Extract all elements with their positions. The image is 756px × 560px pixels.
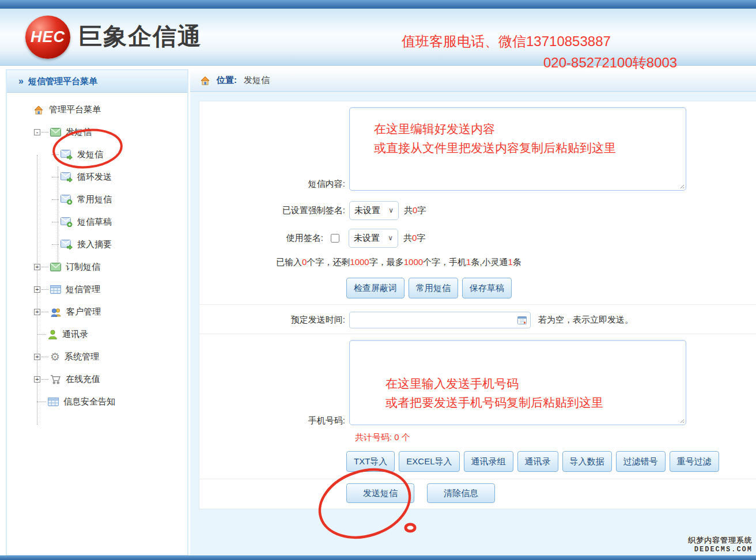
sidebar-item-label: 订制短信 [66, 262, 100, 273]
schedule-time-label: 预定发送时间: [199, 315, 345, 326]
sidebar-item-online-recharge[interactable]: + 在线充值 [7, 368, 187, 391]
expand-icon[interactable]: + [34, 354, 40, 360]
sidebar-item-custom-sms[interactable]: + 订制短信 [7, 256, 187, 278]
schedule-time-input[interactable] [349, 312, 531, 328]
main-content: 在这里编辑好发送内容 或直接从文件里把发送内容复制后粘贴到这里 短信内容: 已设… [190, 93, 756, 560]
forced-signature-select[interactable]: 未设置 [349, 201, 399, 220]
import-data-button[interactable]: 导入数据 [562, 451, 612, 472]
sms-content-line2: 或直接从文件里把发送内容复制后粘贴到这里 [374, 138, 680, 157]
app-window: HEC 巨象企信通 值班客服电话、微信13710853887 020-85272… [0, 0, 756, 560]
home-icon [199, 75, 211, 86]
chevron-down-icon [388, 206, 394, 214]
mail-send-icon [61, 150, 73, 160]
sidebar-item-info-security[interactable]: 信息安全告知 [7, 391, 187, 413]
send-sms-button[interactable]: 发送短信 [346, 483, 414, 503]
sms-content-line1: 在这里编辑好发送内容 [374, 119, 680, 138]
use-signature-label: 使用签名: [199, 233, 323, 244]
forced-signature-count: 共0字 [404, 205, 426, 216]
users-icon [50, 308, 62, 317]
txt-import-button[interactable]: TXT导入 [346, 451, 395, 472]
mail-send-icon [61, 240, 73, 249]
collapse-icon[interactable]: - [34, 129, 40, 135]
check-blocked-words-button[interactable]: 检查屏蔽词 [346, 278, 405, 298]
char-count-info: 已输入0个字，还剩1000字，最多1000个字，手机1条,小灵通1条 [276, 257, 521, 268]
hec-logo-text: HEC [31, 28, 65, 46]
sidebar-item-customer-manage[interactable]: + 客户管理 [7, 301, 187, 323]
expand-icon[interactable]: + [34, 309, 40, 315]
sidebar-item-contacts[interactable]: 通讯录 [7, 323, 187, 346]
sidebar-title-bar: » 短信管理平台菜单 [7, 70, 187, 93]
mail-add-icon [61, 195, 73, 205]
sidebar-item-label: 常用短信 [77, 194, 112, 205]
mail-send-icon [61, 172, 73, 182]
sidebar: » 短信管理平台菜单 管理平台菜单 - 发短信 发短信 [6, 69, 188, 556]
calendar-icon[interactable] [517, 316, 527, 324]
resize-handle[interactable] [679, 418, 684, 423]
send-sms-form: 在这里编辑好发送内容 或直接从文件里把发送内容复制后粘贴到这里 短信内容: 已设… [199, 101, 756, 509]
sidebar-title: 短信管理平台菜单 [28, 76, 97, 87]
tree-connector [41, 289, 48, 290]
contact-group-button[interactable]: 通讯录组 [464, 451, 513, 472]
sidebar-item-label: 发短信 [77, 149, 103, 160]
forced-signature-row: 已设置强制签名: 未设置 共0字 [199, 200, 426, 220]
service-phone-line1: 值班客服电话、微信13710853887 [402, 32, 611, 51]
use-signature-checkbox[interactable] [331, 234, 339, 243]
phone-numbers-line2: 或者把要发送手机号码复制后粘贴到这里 [385, 393, 680, 412]
chevron-down-icon [388, 234, 393, 242]
resize-handle[interactable] [679, 183, 684, 188]
sidebar-item-label: 短信草稿 [77, 217, 112, 228]
sms-content-label: 短信内容: [199, 179, 345, 190]
tree-connector [41, 379, 48, 380]
expand-icon[interactable]: + [34, 376, 40, 383]
mail-add-icon [61, 217, 73, 227]
tree-connector [41, 312, 48, 312]
excel-import-button[interactable]: EXCEL导入 [399, 451, 459, 472]
sidebar-item-label: 信息安全告知 [63, 396, 115, 407]
sidebar-item-sms-manage[interactable]: + 短信管理 [7, 278, 187, 301]
tree-connector [52, 154, 59, 155]
sidebar-item-send-sms-group[interactable]: - 发短信 [7, 121, 187, 143]
top-blue-bar [0, 0, 756, 9]
sms-content-textarea[interactable]: 在这里编辑好发送内容 或直接从文件里把发送内容复制后粘贴到这里 [349, 107, 686, 191]
sidebar-item-label: 短信管理 [66, 284, 100, 295]
expand-icon[interactable]: + [34, 264, 40, 270]
use-signature-count: 共0字 [403, 233, 425, 244]
forced-signature-value: 未设置 [354, 205, 380, 216]
divider [199, 334, 756, 334]
forced-signature-label: 已设置强制签名: [199, 205, 345, 216]
sidebar-item-send-sms[interactable]: 发短信 [7, 143, 187, 166]
dedupe-number-button[interactable]: 重号过滤 [670, 451, 719, 472]
sidebar-item-system-manage[interactable]: + 系统管理 [7, 346, 187, 368]
table-icon [50, 285, 61, 294]
use-signature-select[interactable]: 未设置 [349, 229, 398, 248]
tree-connector [52, 177, 59, 177]
sidebar-item-label: 通讯录 [62, 329, 88, 340]
expand-icon[interactable]: + [34, 286, 40, 293]
content-actions: 检查屏蔽词 常用短信 保存草稿 [346, 278, 516, 298]
tree-connector [52, 222, 59, 222]
sidebar-item-label: 发短信 [66, 127, 92, 138]
schedule-hint: 若为空，表示立即发送。 [538, 315, 633, 326]
phone-numbers-textarea[interactable]: 在这里输入发送手机号码 或者把要发送手机号码复制后粘贴到这里 [349, 340, 686, 425]
sidebar-item-loop-send[interactable]: 循环发送 [7, 166, 187, 188]
watermark-cn: 织梦内容管理系统 [688, 535, 753, 546]
watermark-en: DEDECMS.COM [688, 546, 753, 554]
sidebar-item-platform-menu[interactable]: 管理平台菜单 [7, 99, 187, 121]
save-draft-button[interactable]: 保存草稿 [462, 278, 512, 298]
clear-info-button[interactable]: 清除信息 [427, 483, 495, 503]
contacts-button[interactable]: 通讯录 [517, 451, 558, 472]
sidebar-item-label: 系统管理 [65, 351, 99, 362]
tree-connector [52, 244, 59, 245]
sidebar-item-sms-draft[interactable]: 短信草稿 [7, 211, 187, 233]
filter-wrong-number-button[interactable]: 过滤错号 [616, 451, 666, 472]
sidebar-item-access-summary[interactable]: 接入摘要 [7, 233, 187, 256]
common-sms-button[interactable]: 常用短信 [409, 278, 458, 298]
sidebar-item-label: 循环发送 [77, 172, 112, 183]
breadcrumb: 位置: 发短信 [190, 69, 756, 92]
bottom-blue-bar [0, 555, 756, 560]
schedule-row: 预定发送时间: 若为空，表示立即发送。 [199, 311, 633, 329]
sidebar-item-common-sms[interactable]: 常用短信 [7, 188, 187, 211]
tree-connector [37, 334, 46, 335]
tree-connector [37, 402, 46, 402]
tree-connector [41, 132, 48, 133]
